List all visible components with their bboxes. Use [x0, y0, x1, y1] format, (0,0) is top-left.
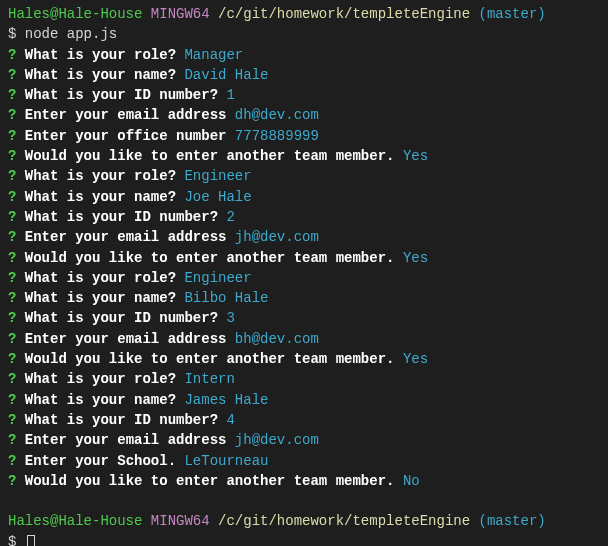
prompt-question: Enter your office number: [25, 128, 227, 144]
prompt-answer: Yes: [403, 250, 428, 266]
question-mark-icon: ?: [8, 168, 16, 184]
ps1-env: MINGW64: [151, 6, 210, 22]
prompt-line: ? Enter your email address jh@dev.com: [8, 430, 600, 450]
prompt-question: What is your role?: [25, 371, 176, 387]
command-line: $ node app.js: [8, 24, 600, 44]
prompt-answer: James Hale: [184, 392, 268, 408]
ps1-path: /c/git/homework/templeteEngine: [218, 6, 470, 22]
question-mark-icon: ?: [8, 310, 16, 326]
prompt-question: Would you like to enter another team mem…: [25, 473, 395, 489]
question-mark-icon: ?: [8, 87, 16, 103]
prompt-answer: 1: [226, 87, 234, 103]
active-prompt-line[interactable]: $: [8, 532, 600, 546]
prompt-question: What is your name?: [25, 392, 176, 408]
prompt-answer: Yes: [403, 148, 428, 164]
ps1-user: Hales@Hale-House: [8, 513, 142, 529]
prompt-question: What is your ID number?: [25, 310, 218, 326]
ps1-path: /c/git/homework/templeteEngine: [218, 513, 470, 529]
prompt-line: ? What is your name? Bilbo Hale: [8, 288, 600, 308]
prompt-question: What is your role?: [25, 270, 176, 286]
question-mark-icon: ?: [8, 47, 16, 63]
ps1-env: MINGW64: [151, 513, 210, 529]
ps1-branch: (master): [479, 513, 546, 529]
question-mark-icon: ?: [8, 229, 16, 245]
question-mark-icon: ?: [8, 148, 16, 164]
prompt-answer: bh@dev.com: [235, 331, 319, 347]
prompt-answer: 3: [226, 310, 234, 326]
question-mark-icon: ?: [8, 331, 16, 347]
prompt-line: ? What is your ID number? 3: [8, 308, 600, 328]
prompt-question: Enter your email address: [25, 432, 227, 448]
prompt-question: What is your ID number?: [25, 412, 218, 428]
prompt-question: Would you like to enter another team mem…: [25, 351, 395, 367]
prompt-question: What is your role?: [25, 168, 176, 184]
question-mark-icon: ?: [8, 392, 16, 408]
prompt-question: Enter your email address: [25, 107, 227, 123]
question-mark-icon: ?: [8, 270, 16, 286]
prompt-question: What is your ID number?: [25, 87, 218, 103]
prompt-question: Would you like to enter another team mem…: [25, 148, 395, 164]
prompt-line: ? What is your role? Intern: [8, 369, 600, 389]
prompt-line: ? What is your ID number? 1: [8, 85, 600, 105]
prompt-line: ? What is your name? Joe Hale: [8, 187, 600, 207]
prompt-answer: No: [403, 473, 420, 489]
prompt-line: ? What is your name? David Hale: [8, 65, 600, 85]
prompt-line: ? Enter your email address jh@dev.com: [8, 227, 600, 247]
prompt-line: ? Would you like to enter another team m…: [8, 146, 600, 166]
prompt-line: ? Enter your email address bh@dev.com: [8, 329, 600, 349]
prompt-answer: Bilbo Hale: [184, 290, 268, 306]
prompt-answer: Engineer: [184, 168, 251, 184]
ps1-user: Hales@Hale-House: [8, 6, 142, 22]
question-mark-icon: ?: [8, 107, 16, 123]
prompt-answer: Joe Hale: [184, 189, 251, 205]
prompt-question: What is your role?: [25, 47, 176, 63]
prompt-line: ? Enter your School. LeTourneau: [8, 451, 600, 471]
prompt-list: ? What is your role? Manager? What is yo…: [8, 45, 600, 492]
prompt-line: ? Would you like to enter another team m…: [8, 349, 600, 369]
prompt-question: Enter your email address: [25, 331, 227, 347]
question-mark-icon: ?: [8, 371, 16, 387]
prompt-line: ? What is your role? Manager: [8, 45, 600, 65]
prompt-question: What is your name?: [25, 290, 176, 306]
prompt-question: What is your ID number?: [25, 209, 218, 225]
question-mark-icon: ?: [8, 290, 16, 306]
prompt-answer: jh@dev.com: [235, 432, 319, 448]
question-mark-icon: ?: [8, 209, 16, 225]
question-mark-icon: ?: [8, 189, 16, 205]
question-mark-icon: ?: [8, 412, 16, 428]
question-mark-icon: ?: [8, 67, 16, 83]
question-mark-icon: ?: [8, 250, 16, 266]
prompt-question: Enter your email address: [25, 229, 227, 245]
prompt-answer: 4: [226, 412, 234, 428]
prompt-answer: David Hale: [184, 67, 268, 83]
question-mark-icon: ?: [8, 432, 16, 448]
prompt-line: ? What is your name? James Hale: [8, 390, 600, 410]
prompt-answer: Engineer: [184, 270, 251, 286]
blank-line: [8, 491, 600, 511]
prompt-question: What is your name?: [25, 67, 176, 83]
prompt-answer: Manager: [184, 47, 243, 63]
ps1-branch: (master): [479, 6, 546, 22]
question-mark-icon: ?: [8, 473, 16, 489]
prompt-answer: 2: [226, 209, 234, 225]
dollar-sign: $: [8, 26, 16, 42]
prompt-answer: 7778889999: [235, 128, 319, 144]
question-mark-icon: ?: [8, 351, 16, 367]
cursor-icon: [27, 535, 35, 546]
prompt-answer: jh@dev.com: [235, 229, 319, 245]
prompt-question: Enter your School.: [25, 453, 176, 469]
terminal-output[interactable]: Hales@Hale-House MINGW64 /c/git/homework…: [8, 4, 600, 546]
prompt-answer: Yes: [403, 351, 428, 367]
prompt-line: ? Enter your email address dh@dev.com: [8, 105, 600, 125]
prompt-answer: dh@dev.com: [235, 107, 319, 123]
prompt-line: ? Enter your office number 7778889999: [8, 126, 600, 146]
command-text: node app.js: [25, 26, 117, 42]
question-mark-icon: ?: [8, 453, 16, 469]
prompt-question: What is your name?: [25, 189, 176, 205]
question-mark-icon: ?: [8, 128, 16, 144]
prompt-question: Would you like to enter another team mem…: [25, 250, 395, 266]
prompt-answer: LeTourneau: [184, 453, 268, 469]
ps1-line-2: Hales@Hale-House MINGW64 /c/git/homework…: [8, 511, 600, 531]
prompt-line: ? Would you like to enter another team m…: [8, 248, 600, 268]
prompt-line: ? What is your ID number? 2: [8, 207, 600, 227]
